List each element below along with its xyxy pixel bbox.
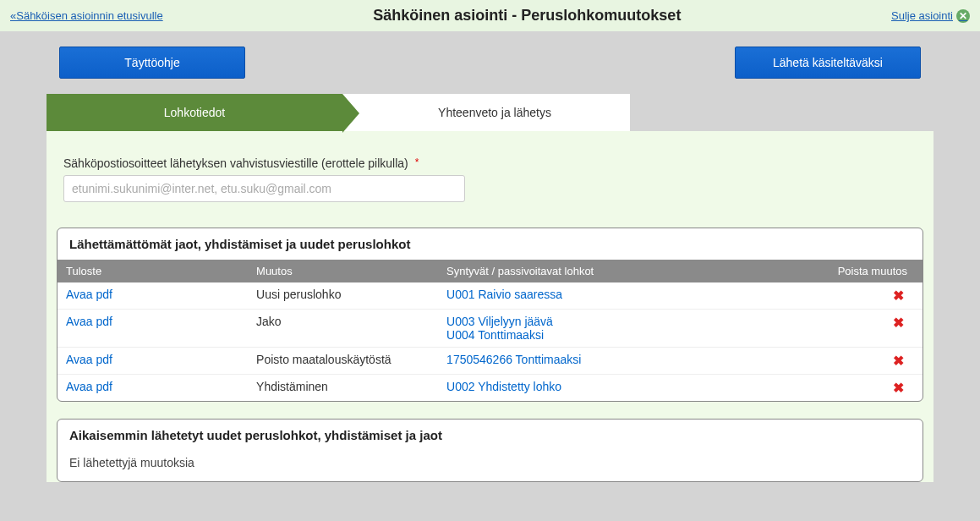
close-session-link[interactable]: Sulje asiointi ✕ (891, 9, 970, 23)
tab-yhteenveto[interactable]: Yhteenveto ja lähetys (342, 94, 630, 131)
previous-panel-empty: Ei lähetettyjä muutoksia (57, 451, 923, 481)
action-bar: Täyttöohje Lähetä käsiteltäväksi (0, 31, 980, 94)
delete-icon[interactable]: ✖ (893, 381, 904, 395)
required-indicator: * (415, 156, 419, 168)
delete-icon[interactable]: ✖ (893, 354, 904, 368)
lohkot-cell: U003 Viljelyyn jääväU004 Tonttimaaksi (438, 310, 802, 348)
open-pdf-link[interactable]: Avaa pdf (66, 380, 112, 393)
top-bar: «Sähköisen asioinnin etusivulle Sähköine… (0, 0, 980, 31)
previous-sent-panel: Aikaisemmin lähetetyt uudet peruslohkot,… (57, 419, 923, 482)
pending-changes-panel: Lähettämättömät jaot, yhdistämiset ja uu… (57, 228, 923, 402)
lohkot-cell: U001 Raivio saaressa (438, 282, 802, 310)
previous-panel-title: Aikaisemmin lähetetyt uudet peruslohkot,… (57, 420, 923, 451)
open-pdf-link[interactable]: Avaa pdf (66, 288, 112, 301)
lohkot-cell: U002 Yhdistetty lohko (438, 375, 802, 402)
wizard-tabs: Lohkotiedot Yhteenveto ja lähetys (47, 94, 933, 131)
pending-panel-title: Lähettämättömät jaot, yhdistämiset ja uu… (57, 228, 923, 260)
tab-lohkotiedot[interactable]: Lohkotiedot (47, 94, 342, 131)
col-tuloste: Tuloste (57, 260, 248, 282)
instructions-button[interactable]: Täyttöohje (59, 47, 245, 79)
pending-changes-table: Tuloste Muutos Syntyvät / passivoitavat … (57, 260, 923, 401)
lohkot-cell: 1750546266 Tonttimaaksi (438, 348, 802, 375)
lohko-link[interactable]: U001 Raivio saaressa (446, 288, 793, 301)
muutos-cell: Yhdistäminen (248, 375, 438, 402)
home-link[interactable]: «Sähköisen asioinnin etusivulle (10, 9, 163, 22)
delete-icon[interactable]: ✖ (893, 288, 904, 303)
email-label: Sähköpostiosoitteet lähetyksen vahvistus… (63, 156, 408, 170)
close-icon: ✕ (956, 9, 970, 23)
muutos-cell: Poisto maatalouskäytöstä (248, 348, 438, 375)
col-poista: Poista muutos (802, 260, 923, 282)
email-input[interactable] (63, 175, 465, 202)
col-muutos: Muutos (248, 260, 438, 282)
table-row: Avaa pdfYhdistäminenU002 Yhdistetty lohk… (57, 375, 923, 402)
lohko-link[interactable]: U004 Tonttimaaksi (446, 328, 793, 342)
lohko-link[interactable]: U002 Yhdistetty lohko (446, 380, 793, 393)
open-pdf-link[interactable]: Avaa pdf (66, 315, 112, 328)
open-pdf-link[interactable]: Avaa pdf (66, 353, 112, 366)
col-lohkot: Syntyvät / passivoitavat lohkot (438, 260, 802, 282)
close-session-label: Sulje asiointi (891, 9, 953, 22)
table-row: Avaa pdfUusi peruslohkoU001 Raivio saare… (57, 282, 923, 310)
email-section: Sähköpostiosoitteet lähetyksen vahvistus… (47, 131, 933, 219)
content-wrap: Lohkotiedot Yhteenveto ja lähetys Sähköp… (47, 94, 933, 482)
delete-icon[interactable]: ✖ (893, 315, 904, 330)
lohko-link[interactable]: U003 Viljelyyn jäävä (446, 315, 793, 328)
table-row: Avaa pdfPoisto maatalouskäytöstä17505462… (57, 348, 923, 375)
muutos-cell: Uusi peruslohko (248, 282, 438, 310)
lohko-link[interactable]: 1750546266 Tonttimaaksi (446, 353, 793, 366)
table-row: Avaa pdfJakoU003 Viljelyyn jääväU004 Ton… (57, 310, 923, 348)
submit-button[interactable]: Lähetä käsiteltäväksi (735, 47, 921, 79)
muutos-cell: Jako (248, 310, 438, 348)
page-title: Sähköinen asiointi - Peruslohkomuutokset (163, 7, 891, 25)
